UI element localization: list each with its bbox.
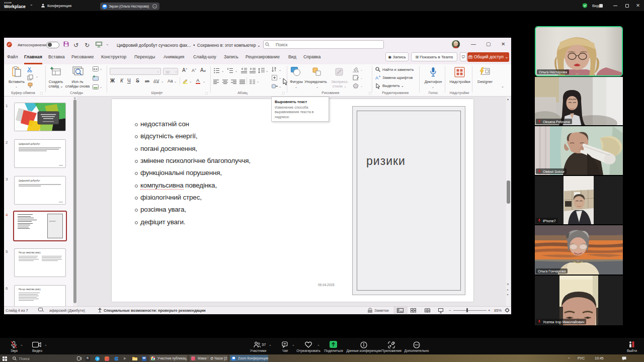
svg-text:P: P bbox=[8, 42, 10, 46]
svg-text:A: A bbox=[375, 75, 378, 80]
